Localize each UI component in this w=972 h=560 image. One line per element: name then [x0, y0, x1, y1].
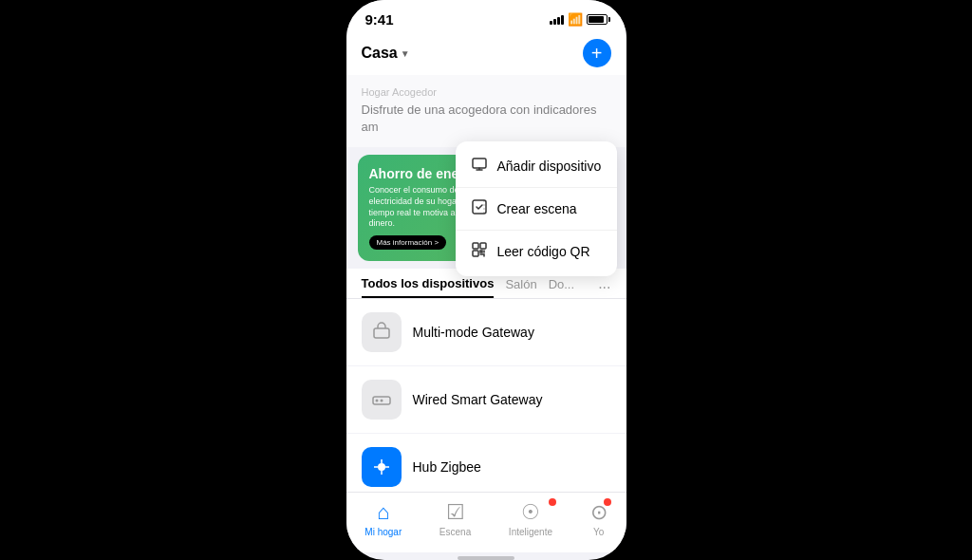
battery-icon [587, 14, 608, 25]
device-icon-hub [362, 447, 402, 487]
add-button[interactable]: + [583, 39, 611, 67]
smart-badge [549, 498, 556, 506]
list-item[interactable]: Wired Smart Gateway [346, 366, 626, 434]
chevron-down-icon: ▼ [401, 48, 410, 59]
tab-all-devices[interactable]: Todos los dispositivos [362, 276, 495, 298]
create-scene-menu-item[interactable]: Crear escena [456, 188, 617, 231]
hogar-description: Disfrute de una acogedora con indicadore… [362, 102, 611, 136]
smart-icon: ☉ [521, 500, 540, 525]
status-bar: 9:41 📶 [346, 0, 626, 33]
monitor-icon [471, 156, 488, 177]
location-selector[interactable]: Casa ▼ [362, 45, 410, 62]
status-icons: 📶 [550, 12, 608, 27]
scene-nav-icon: ☑ [446, 500, 465, 525]
qr-icon [471, 241, 488, 262]
nav-label-profile: Yo [593, 527, 604, 537]
app-header: Casa ▼ + [346, 33, 626, 75]
signal-icon [550, 15, 564, 25]
nav-item-scene[interactable]: ☑ Escena [439, 500, 471, 537]
add-device-label: Añadir dispositivo [497, 159, 602, 174]
device-list: Multi-mode Gateway Wired Smart Gateway [346, 299, 626, 492]
device-name-wired: Wired Smart Gateway [413, 392, 543, 407]
svg-rect-8 [480, 243, 486, 249]
nav-label-smart: Inteligente [509, 527, 552, 537]
add-device-menu-item[interactable]: Añadir dispositivo [456, 145, 617, 188]
list-item[interactable]: Multi-mode Gateway [346, 299, 626, 366]
scene-icon [471, 198, 488, 219]
home-icon: ⌂ [377, 500, 389, 525]
phone-frame: 9:41 📶 Casa ▼ + Hogar Acogedor Disfrute … [346, 0, 626, 560]
svg-rect-0 [374, 328, 389, 338]
list-item[interactable]: Hub Zigbee [346, 434, 626, 492]
svg-rect-7 [473, 243, 478, 249]
nav-label-scene: Escena [439, 527, 471, 537]
svg-point-2 [375, 400, 378, 402]
profile-badge [604, 498, 611, 506]
svg-point-3 [380, 400, 383, 402]
hogar-card: Hogar Acogedor Disfrute de una acogedora… [346, 75, 626, 147]
banner-more-button[interactable]: Más información > [369, 235, 447, 250]
nav-item-smart[interactable]: ☉ Inteligente [509, 500, 552, 537]
svg-rect-5 [473, 159, 486, 168]
device-icon-wired [362, 380, 402, 420]
device-name-hub: Hub Zigbee [413, 459, 481, 475]
wifi-icon: 📶 [568, 12, 583, 27]
nav-item-home[interactable]: ⌂ Mi hogar [364, 500, 402, 537]
dropdown-menu: Añadir dispositivo Crear escena [456, 141, 617, 276]
bottom-navigation: ⌂ Mi hogar ☑ Escena ☉ Inteligente ⊙ Yo [346, 492, 626, 552]
device-name-multimode: Multi-mode Gateway [413, 325, 534, 340]
home-indicator [458, 556, 514, 560]
nav-item-profile[interactable]: ⊙ Yo [590, 500, 608, 537]
svg-point-4 [378, 463, 385, 471]
hogar-section-label: Hogar Acogedor [362, 86, 611, 98]
content-area: Hogar Acogedor Disfrute de una acogedora… [346, 75, 626, 492]
tab-salon[interactable]: Salón [505, 277, 536, 297]
nav-label-home: Mi hogar [364, 527, 402, 537]
location-label: Casa [362, 45, 398, 62]
tab-dormitorio[interactable]: Do... [549, 277, 574, 297]
svg-rect-9 [473, 251, 478, 256]
status-time: 9:41 [365, 11, 394, 28]
create-scene-label: Crear escena [497, 201, 577, 216]
tabs-more-icon[interactable]: ··· [598, 279, 610, 296]
read-qr-label: Leer código QR [497, 244, 590, 259]
device-icon-multimode [362, 312, 402, 352]
read-qr-menu-item[interactable]: Leer código QR [456, 231, 617, 272]
